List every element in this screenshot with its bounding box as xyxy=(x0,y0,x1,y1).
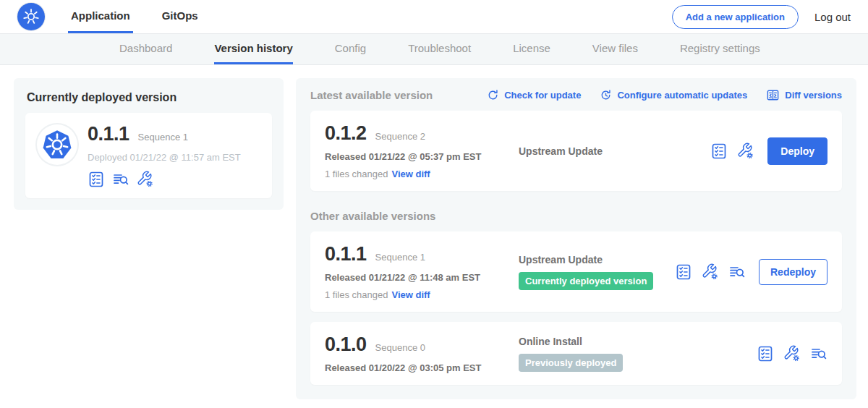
logout-button[interactable]: Log out xyxy=(814,11,851,23)
latest-available-title: Latest available version xyxy=(310,89,433,101)
preflight-checklist-icon[interactable] xyxy=(88,171,105,188)
version-number: 0.1.1 xyxy=(325,243,367,265)
version-info: 0.1.2 Sequence 2 Released 01/21/22 @ 05:… xyxy=(325,122,519,179)
edit-config-icon[interactable] xyxy=(702,263,719,281)
version-card-0-1-1: 0.1.1 Sequence 1 Released 01/21/22 @ 11:… xyxy=(310,231,842,312)
version-number: 0.1.2 xyxy=(325,122,367,145)
source-label: Upstream Update xyxy=(519,145,710,157)
files-changed-label: 1 files changed xyxy=(325,169,388,179)
deployed-version-body: 0.1.1 Sequence 1 Deployed 01/21/22 @ 11:… xyxy=(88,123,241,188)
version-source: Online Install Previously deployed xyxy=(519,336,757,372)
app-icon xyxy=(37,124,77,165)
released-timestamp: Released 01/20/22 @ 03:05 pm EST xyxy=(325,362,519,373)
configure-automatic-updates-label: Configure automatic updates xyxy=(617,90,747,101)
top-tab-gitops[interactable]: GitOps xyxy=(159,0,201,33)
diff-versions-link[interactable]: Diff versions xyxy=(766,88,842,102)
files-changed-label: 1 files changed xyxy=(325,289,388,300)
source-label: Upstream Update xyxy=(519,254,675,265)
view-diff-link[interactable]: View diff xyxy=(391,169,430,179)
view-diff-link[interactable]: View diff xyxy=(391,289,430,300)
diff-icon xyxy=(766,88,780,102)
edit-config-icon[interactable] xyxy=(783,345,801,362)
currently-deployed-badge: Currently deployed version xyxy=(519,272,653,290)
sequence-label: Sequence 0 xyxy=(375,342,425,353)
auto-update-icon xyxy=(600,89,612,101)
redeploy-button[interactable]: Redeploy xyxy=(759,259,827,285)
version-info: 0.1.1 Sequence 1 Released 01/21/22 @ 11:… xyxy=(325,243,519,300)
top-nav-right: Add a new application Log out xyxy=(672,0,851,33)
check-for-update-label: Check for update xyxy=(504,90,581,101)
main-content: Currently deployed version 0.1.1 Sequenc… xyxy=(0,65,868,408)
check-for-update-link[interactable]: Check for update xyxy=(487,89,581,101)
subnav-dashboard[interactable]: Dashboard xyxy=(119,34,172,64)
subnav-license[interactable]: License xyxy=(513,34,550,64)
version-source: Upstream Update xyxy=(519,145,710,157)
available-versions-header: Latest available version Check for updat… xyxy=(310,88,842,102)
released-timestamp: Released 01/21/22 @ 11:48 am EST xyxy=(325,272,519,283)
view-logs-icon[interactable] xyxy=(810,345,827,362)
version-card-0-1-2: 0.1.2 Sequence 2 Released 01/21/22 @ 05:… xyxy=(310,111,842,191)
app-logo-wrap xyxy=(17,0,45,33)
version-card-actions: Redeploy xyxy=(675,259,827,285)
version-card-actions: Deploy xyxy=(710,137,827,165)
top-tabs: Application GitOps xyxy=(68,0,201,33)
subnav-version-history[interactable]: Version history xyxy=(214,34,292,64)
version-actions: Check for update Configure automatic upd… xyxy=(487,88,842,102)
files-changed-line: 1 files changedView diff xyxy=(325,289,519,300)
currently-deployed-panel: Currently deployed version 0.1.1 Sequenc… xyxy=(14,78,284,210)
diff-versions-label: Diff versions xyxy=(785,90,842,101)
previously-deployed-badge: Previously deployed xyxy=(519,354,623,372)
view-logs-icon[interactable] xyxy=(728,263,746,281)
deployed-timestamp: Deployed 01/21/22 @ 11:57 am EST xyxy=(88,152,241,163)
edit-config-icon[interactable] xyxy=(137,171,154,188)
preflight-checklist-icon[interactable] xyxy=(710,143,728,160)
source-label: Online Install xyxy=(519,336,757,347)
files-changed-line: 1 files changedView diff xyxy=(325,169,519,179)
subnav-view-files[interactable]: View files xyxy=(592,34,638,64)
edit-config-icon[interactable] xyxy=(737,143,754,160)
deployed-sequence-label: Sequence 1 xyxy=(138,132,188,143)
version-info: 0.1.0 Sequence 0 Released 01/20/22 @ 03:… xyxy=(325,333,519,373)
subnav-registry-settings[interactable]: Registry settings xyxy=(680,34,760,64)
version-card-actions xyxy=(757,345,827,362)
refresh-icon xyxy=(487,89,499,101)
preflight-checklist-icon[interactable] xyxy=(757,345,774,362)
subnav-config[interactable]: Config xyxy=(335,34,366,64)
kubernetes-logo-icon xyxy=(17,3,45,30)
sequence-label: Sequence 2 xyxy=(375,131,425,142)
configure-automatic-updates-link[interactable]: Configure automatic updates xyxy=(600,89,747,101)
other-versions-title: Other available versions xyxy=(310,210,842,222)
view-logs-icon[interactable] xyxy=(112,171,129,188)
version-source: Upstream Update Currently deployed versi… xyxy=(519,254,675,290)
top-nav: Application GitOps Add a new application… xyxy=(0,0,868,33)
app-subnav: Dashboard Version history Config Trouble… xyxy=(0,33,868,65)
version-line: 0.1.1 Sequence 1 xyxy=(88,123,241,145)
deployed-action-icons xyxy=(88,171,241,188)
version-card-0-1-0: 0.1.0 Sequence 0 Released 01/20/22 @ 03:… xyxy=(310,322,842,385)
deployed-version-card: 0.1.1 Sequence 1 Deployed 01/21/22 @ 11:… xyxy=(25,113,272,198)
available-versions-panel: Latest available version Check for updat… xyxy=(296,78,856,399)
version-number: 0.1.0 xyxy=(325,333,367,356)
subnav-troubleshoot[interactable]: Troubleshoot xyxy=(408,34,471,64)
deploy-button[interactable]: Deploy xyxy=(767,137,827,165)
top-tab-application[interactable]: Application xyxy=(68,0,133,33)
add-application-button[interactable]: Add a new application xyxy=(672,5,799,29)
deployed-panel-title: Currently deployed version xyxy=(27,91,272,104)
released-timestamp: Released 01/21/22 @ 05:37 pm EST xyxy=(325,151,519,162)
preflight-checklist-icon[interactable] xyxy=(675,263,692,281)
deployed-version-number: 0.1.1 xyxy=(88,123,129,145)
sequence-label: Sequence 1 xyxy=(375,252,425,263)
